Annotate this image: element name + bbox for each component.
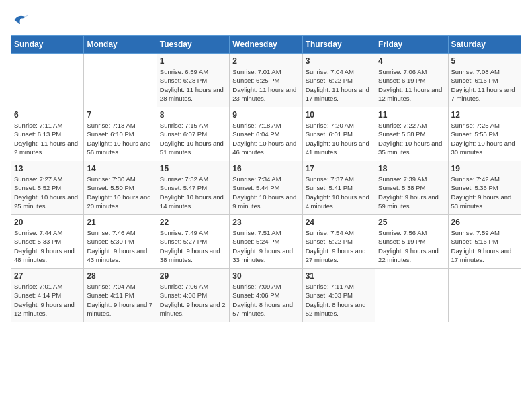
day-info: Sunrise: 7:25 AMSunset: 5:55 PMDaylight:… <box>451 121 518 156</box>
calendar-cell: 8Sunrise: 7:15 AMSunset: 6:07 PMDaylight… <box>157 107 229 161</box>
column-header-thursday: Thursday <box>302 36 375 54</box>
day-info: Sunrise: 7:11 AMSunset: 4:03 PMDaylight:… <box>306 282 372 318</box>
day-number: 17 <box>306 164 372 173</box>
calendar-cell: 25Sunrise: 7:56 AMSunset: 5:19 PMDayligh… <box>375 215 448 269</box>
day-info: Sunrise: 7:49 AMSunset: 5:27 PMDaylight:… <box>160 228 226 264</box>
day-info: Sunrise: 7:06 AMSunset: 6:19 PMDaylight:… <box>378 67 445 103</box>
calendar-cell: 9Sunrise: 7:18 AMSunset: 6:04 PMDaylight… <box>230 107 302 161</box>
day-number: 6 <box>14 110 81 120</box>
day-number: 10 <box>306 110 372 120</box>
logo-icon <box>11 11 30 30</box>
day-info: Sunrise: 7:18 AMSunset: 6:04 PMDaylight:… <box>232 121 299 156</box>
day-number: 5 <box>451 56 518 66</box>
calendar-table: SundayMondayTuesdayWednesdayThursdayFrid… <box>11 35 521 322</box>
calendar-cell: 26Sunrise: 7:59 AMSunset: 5:16 PMDayligh… <box>448 215 521 269</box>
calendar-cell: 23Sunrise: 7:51 AMSunset: 5:24 PMDayligh… <box>230 215 302 269</box>
calendar-cell: 19Sunrise: 7:42 AMSunset: 5:36 PMDayligh… <box>448 161 521 215</box>
day-number: 30 <box>232 271 299 281</box>
day-info: Sunrise: 7:34 AMSunset: 5:44 PMDaylight:… <box>232 175 299 210</box>
day-info: Sunrise: 7:46 AMSunset: 5:30 PMDaylight:… <box>87 228 153 264</box>
day-number: 27 <box>14 271 81 281</box>
column-header-tuesday: Tuesday <box>157 36 229 54</box>
page-header <box>11 11 521 30</box>
day-number: 2 <box>232 56 299 66</box>
day-number: 23 <box>232 218 299 227</box>
day-info: Sunrise: 6:59 AMSunset: 6:28 PMDaylight:… <box>160 67 226 103</box>
calendar-cell: 7Sunrise: 7:13 AMSunset: 6:10 PMDaylight… <box>84 107 157 161</box>
day-info: Sunrise: 7:06 AMSunset: 4:08 PMDaylight:… <box>160 282 226 318</box>
calendar-cell: 16Sunrise: 7:34 AMSunset: 5:44 PMDayligh… <box>230 161 302 215</box>
day-info: Sunrise: 7:11 AMSunset: 6:13 PMDaylight:… <box>14 121 81 156</box>
day-info: Sunrise: 7:59 AMSunset: 5:16 PMDaylight:… <box>451 228 518 264</box>
day-info: Sunrise: 7:20 AMSunset: 6:01 PMDaylight:… <box>306 121 372 156</box>
day-number: 22 <box>160 218 226 227</box>
day-info: Sunrise: 7:39 AMSunset: 5:38 PMDaylight:… <box>378 175 445 210</box>
calendar-cell: 22Sunrise: 7:49 AMSunset: 5:27 PMDayligh… <box>157 215 229 269</box>
calendar-cell: 28Sunrise: 7:04 AMSunset: 4:11 PMDayligh… <box>84 269 157 322</box>
calendar-cell <box>375 269 448 322</box>
column-header-monday: Monday <box>84 36 157 54</box>
calendar-cell <box>11 54 84 107</box>
day-number: 21 <box>87 218 153 227</box>
day-number: 3 <box>306 56 372 66</box>
day-info: Sunrise: 7:15 AMSunset: 6:07 PMDaylight:… <box>160 121 226 156</box>
calendar-cell: 1Sunrise: 6:59 AMSunset: 6:28 PMDaylight… <box>157 54 229 107</box>
day-info: Sunrise: 7:30 AMSunset: 5:50 PMDaylight:… <box>87 175 153 210</box>
day-number: 1 <box>160 56 226 66</box>
column-header-wednesday: Wednesday <box>230 36 302 54</box>
day-info: Sunrise: 7:01 AMSunset: 4:14 PMDaylight:… <box>14 282 81 318</box>
day-number: 14 <box>87 164 153 173</box>
day-number: 20 <box>14 218 81 227</box>
day-info: Sunrise: 7:32 AMSunset: 5:47 PMDaylight:… <box>160 175 226 210</box>
day-number: 11 <box>378 110 445 120</box>
day-number: 7 <box>87 110 153 120</box>
day-info: Sunrise: 7:44 AMSunset: 5:33 PMDaylight:… <box>14 228 81 264</box>
calendar-cell: 21Sunrise: 7:46 AMSunset: 5:30 PMDayligh… <box>84 215 157 269</box>
day-number: 29 <box>160 271 226 281</box>
calendar-cell: 27Sunrise: 7:01 AMSunset: 4:14 PMDayligh… <box>11 269 84 322</box>
column-header-sunday: Sunday <box>11 36 84 54</box>
day-number: 19 <box>451 164 518 173</box>
day-info: Sunrise: 7:09 AMSunset: 4:06 PMDaylight:… <box>232 282 299 318</box>
day-info: Sunrise: 7:04 AMSunset: 4:11 PMDaylight:… <box>87 282 153 318</box>
day-number: 24 <box>306 218 372 227</box>
day-number: 25 <box>378 218 445 227</box>
day-number: 9 <box>232 110 299 120</box>
day-info: Sunrise: 7:51 AMSunset: 5:24 PMDaylight:… <box>232 228 299 264</box>
day-number: 28 <box>87 271 153 281</box>
day-info: Sunrise: 7:37 AMSunset: 5:41 PMDaylight:… <box>306 175 372 210</box>
day-number: 8 <box>160 110 226 120</box>
day-number: 18 <box>378 164 445 173</box>
calendar-cell: 10Sunrise: 7:20 AMSunset: 6:01 PMDayligh… <box>302 107 375 161</box>
calendar-cell: 18Sunrise: 7:39 AMSunset: 5:38 PMDayligh… <box>375 161 448 215</box>
day-info: Sunrise: 7:04 AMSunset: 6:22 PMDaylight:… <box>306 67 372 103</box>
day-number: 16 <box>232 164 299 173</box>
column-header-saturday: Saturday <box>448 36 521 54</box>
calendar-cell: 11Sunrise: 7:22 AMSunset: 5:58 PMDayligh… <box>375 107 448 161</box>
calendar-cell: 5Sunrise: 7:08 AMSunset: 6:16 PMDaylight… <box>448 54 521 107</box>
day-number: 13 <box>14 164 81 173</box>
calendar-cell: 20Sunrise: 7:44 AMSunset: 5:33 PMDayligh… <box>11 215 84 269</box>
calendar-cell: 2Sunrise: 7:01 AMSunset: 6:25 PMDaylight… <box>230 54 302 107</box>
calendar-cell: 4Sunrise: 7:06 AMSunset: 6:19 PMDaylight… <box>375 54 448 107</box>
calendar-cell: 13Sunrise: 7:27 AMSunset: 5:52 PMDayligh… <box>11 161 84 215</box>
day-info: Sunrise: 7:42 AMSunset: 5:36 PMDaylight:… <box>451 175 518 210</box>
calendar-cell <box>84 54 157 107</box>
day-number: 4 <box>378 56 445 66</box>
column-header-friday: Friday <box>375 36 448 54</box>
calendar-cell: 29Sunrise: 7:06 AMSunset: 4:08 PMDayligh… <box>157 269 229 322</box>
calendar-cell: 15Sunrise: 7:32 AMSunset: 5:47 PMDayligh… <box>157 161 229 215</box>
calendar-cell: 31Sunrise: 7:11 AMSunset: 4:03 PMDayligh… <box>302 269 375 322</box>
day-info: Sunrise: 7:56 AMSunset: 5:19 PMDaylight:… <box>378 228 445 264</box>
day-number: 15 <box>160 164 226 173</box>
calendar-cell <box>448 269 521 322</box>
day-info: Sunrise: 7:01 AMSunset: 6:25 PMDaylight:… <box>232 67 299 103</box>
calendar-cell: 30Sunrise: 7:09 AMSunset: 4:06 PMDayligh… <box>230 269 302 322</box>
calendar-cell: 17Sunrise: 7:37 AMSunset: 5:41 PMDayligh… <box>302 161 375 215</box>
calendar-cell: 24Sunrise: 7:54 AMSunset: 5:22 PMDayligh… <box>302 215 375 269</box>
day-info: Sunrise: 7:13 AMSunset: 6:10 PMDaylight:… <box>87 121 153 156</box>
day-number: 12 <box>451 110 518 120</box>
day-info: Sunrise: 7:54 AMSunset: 5:22 PMDaylight:… <box>306 228 372 264</box>
logo <box>11 11 32 30</box>
day-info: Sunrise: 7:27 AMSunset: 5:52 PMDaylight:… <box>14 175 81 210</box>
